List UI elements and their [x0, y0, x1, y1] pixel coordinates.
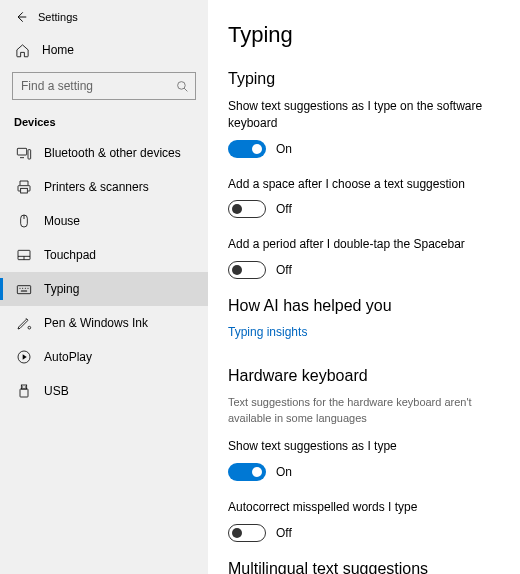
svg-rect-3	[21, 188, 28, 193]
svg-rect-6	[17, 286, 30, 294]
toggle-state: Off	[276, 202, 292, 216]
back-button[interactable]	[14, 10, 28, 24]
toggle-add-period[interactable]	[228, 261, 266, 279]
search-icon	[176, 80, 189, 93]
sidebar-item-autoplay[interactable]: AutoPlay	[0, 340, 208, 374]
toggle-hw-suggestions[interactable]	[228, 463, 266, 481]
touchpad-icon	[16, 247, 32, 263]
usb-icon	[16, 383, 32, 399]
toggle-software-suggestions[interactable]	[228, 140, 266, 158]
svg-point-7	[28, 326, 31, 329]
app-label: Settings	[38, 11, 78, 23]
toggle-state: On	[276, 465, 292, 479]
keyboard-icon	[16, 281, 32, 297]
search-input[interactable]	[21, 79, 187, 93]
home-nav[interactable]: Home	[0, 34, 208, 66]
section-heading-multilingual: Multilingual text suggestions	[228, 560, 498, 574]
home-label: Home	[42, 43, 74, 57]
sidebar-item-label: USB	[44, 384, 69, 398]
section-heading-hardware: Hardware keyboard	[228, 367, 498, 385]
title-bar: Settings	[0, 6, 208, 34]
sidebar-item-label: Bluetooth & other devices	[44, 146, 181, 160]
svg-rect-9	[21, 385, 26, 389]
typing-insights-link[interactable]: Typing insights	[228, 325, 307, 339]
sidebar-item-label: AutoPlay	[44, 350, 92, 364]
sidebar-item-printers[interactable]: Printers & scanners	[0, 170, 208, 204]
devices-icon	[16, 145, 32, 161]
section-heading-ai: How AI has helped you	[228, 297, 498, 315]
sidebar-item-label: Printers & scanners	[44, 180, 149, 194]
main-content: Typing Typing Show text suggestions as I…	[208, 0, 520, 574]
nav-group-header: Devices	[0, 110, 208, 136]
sidebar-item-label: Pen & Windows Ink	[44, 316, 148, 330]
setting-label: Autocorrect misspelled words I type	[228, 499, 498, 516]
setting-label: Show text suggestions as I type	[228, 438, 498, 455]
search-box[interactable]	[12, 72, 196, 100]
setting-label: Show text suggestions as I type on the s…	[228, 98, 498, 132]
sidebar-item-mouse[interactable]: Mouse	[0, 204, 208, 238]
setting-label: Add a space after I choose a text sugges…	[228, 176, 498, 193]
sidebar-item-label: Mouse	[44, 214, 80, 228]
section-desc: Text suggestions for the hardware keyboa…	[228, 395, 498, 426]
sidebar-item-usb[interactable]: USB	[0, 374, 208, 408]
sidebar-item-label: Typing	[44, 282, 79, 296]
sidebar-item-typing[interactable]: Typing	[0, 272, 208, 306]
sidebar-item-pen[interactable]: Pen & Windows Ink	[0, 306, 208, 340]
sidebar-item-bluetooth[interactable]: Bluetooth & other devices	[0, 136, 208, 170]
svg-rect-2	[28, 150, 31, 159]
pen-icon	[16, 315, 32, 331]
mouse-icon	[16, 213, 32, 229]
sidebar: Settings Home Devices Bluetooth & other …	[0, 0, 208, 574]
home-icon	[14, 42, 30, 58]
search-wrap	[0, 66, 208, 110]
svg-rect-1	[17, 148, 26, 155]
autoplay-icon	[16, 349, 32, 365]
sidebar-item-touchpad[interactable]: Touchpad	[0, 238, 208, 272]
toggle-add-space[interactable]	[228, 200, 266, 218]
page-title: Typing	[228, 22, 498, 48]
sidebar-item-label: Touchpad	[44, 248, 96, 262]
toggle-state: On	[276, 142, 292, 156]
toggle-autocorrect[interactable]	[228, 524, 266, 542]
printer-icon	[16, 179, 32, 195]
toggle-state: Off	[276, 263, 292, 277]
svg-point-0	[178, 81, 186, 89]
setting-label: Add a period after I double-tap the Spac…	[228, 236, 498, 253]
svg-rect-10	[20, 389, 28, 397]
section-heading-typing: Typing	[228, 70, 498, 88]
toggle-state: Off	[276, 526, 292, 540]
